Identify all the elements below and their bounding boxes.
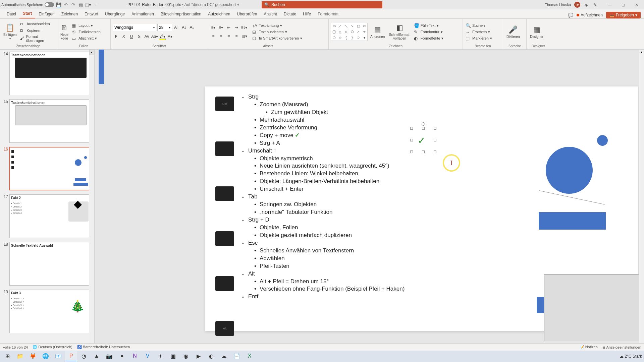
app-icon-9[interactable]: ☁ <box>218 351 230 361</box>
rotate-handle-icon[interactable] <box>422 122 425 126</box>
app-icon-10[interactable]: 📄 <box>231 351 243 361</box>
highlight-button[interactable]: 🖍▾ <box>159 33 166 40</box>
cut-button[interactable]: ✂Ausschneiden <box>19 21 55 27</box>
align-center-icon[interactable]: ≡ <box>218 33 224 40</box>
shape-fill-button[interactable]: 🪣Fülleffekt ▾ <box>413 23 444 28</box>
touch-mode-icon[interactable]: ⬚▾ <box>86 2 91 7</box>
present-from-start-icon[interactable]: ▧ <box>78 2 84 7</box>
thumbs-scrollbar[interactable]: ▴ ▾ <box>89 50 94 350</box>
bullets-icon[interactable]: ≡▾ <box>210 24 217 31</box>
thumb-15[interactable]: 15 Tastenkombinationen <box>0 97 94 145</box>
align-right-icon[interactable]: ≡ <box>225 33 232 40</box>
diamond-icon[interactable]: ◈ <box>584 2 589 7</box>
find-button[interactable]: 🔍Suchen <box>465 23 493 28</box>
bullet-line[interactable]: Esc <box>242 239 628 247</box>
tab-start[interactable]: Start <box>19 9 35 18</box>
share-button[interactable]: 📤 Freigeben ▾ <box>606 12 641 18</box>
powerpoint-icon[interactable]: P <box>65 351 77 361</box>
small-circle-shape[interactable] <box>597 135 608 146</box>
bold-button[interactable]: F <box>113 33 119 40</box>
tab-uebergaenge[interactable]: Übergänge <box>102 10 128 18</box>
comments-icon[interactable]: 💬 <box>568 12 573 18</box>
text-direction-button[interactable]: ↕ATextrichtung ▾ <box>252 23 303 28</box>
clear-format-icon[interactable]: Aₓ <box>189 24 195 31</box>
minimize-icon[interactable]: — <box>604 1 616 8</box>
slide-canvas[interactable]: Ctrl Alt StrgZoomen (Mausrad)Zum gewählt… <box>205 86 638 331</box>
explorer-icon[interactable]: 📁 <box>14 351 26 361</box>
slide-editor[interactable]: Ctrl Alt StrgZoomen (Mausrad)Zum gewählt… <box>95 50 644 350</box>
tab-ueberpruefen[interactable]: Überprüfen <box>233 10 260 18</box>
scroll-up-icon[interactable]: ▴ <box>89 50 94 55</box>
bullet-line[interactable]: Mehrfachauswahl <box>242 116 628 124</box>
indent-icon[interactable]: ⇥ <box>233 24 240 31</box>
bullet-line[interactable]: Zum gewählten Objekt <box>242 109 628 116</box>
slide-counter[interactable]: Folie 16 von 24 <box>3 345 28 349</box>
autosave-toggle[interactable]: Automatisches Speichern <box>1 2 54 7</box>
tab-animationen[interactable]: Animationen <box>128 10 157 18</box>
tab-zeichnen[interactable]: Zeichnen <box>58 10 81 18</box>
thumb-18[interactable]: 18 Schnelle Textfeld Auswahl <box>0 240 94 288</box>
tab-entwurf[interactable]: Entwurf <box>81 10 102 18</box>
app-icon-2[interactable]: ▲ <box>91 351 103 361</box>
selected-shape[interactable]: ✓ <box>412 128 435 152</box>
vscode-icon[interactable]: V <box>142 351 154 361</box>
bullet-line[interactable]: Pfeil-Tasten <box>242 262 628 270</box>
font-name-select[interactable]: Wingdings▾ <box>113 24 156 31</box>
qat-more-icon[interactable]: ⋯ <box>93 2 98 7</box>
tab-dictate[interactable]: Dictate <box>280 10 300 18</box>
case-button[interactable]: Aa▾ <box>151 33 158 40</box>
bullet-line[interactable]: Zoomen (Mausrad) <box>242 101 628 109</box>
scroll-up-icon[interactable]: ▴ <box>639 50 644 55</box>
arrange-button[interactable]: ▦Anordnen <box>369 25 386 39</box>
numbering-icon[interactable]: ≡▾ <box>218 24 224 31</box>
align-text-button[interactable]: ⊟Text ausrichten ▾ <box>252 29 303 35</box>
italic-button[interactable]: K <box>120 33 127 40</box>
thumb-14[interactable]: 14 Tastenkombinationen <box>0 50 94 97</box>
big-circle-shape[interactable] <box>546 147 593 194</box>
outdent-icon[interactable]: ⇤ <box>225 24 232 31</box>
app-icon-4[interactable]: ● <box>116 351 128 361</box>
tab-bildschirmpraesentation[interactable]: Bildschirmpräsentation <box>157 10 205 18</box>
notes-button[interactable]: 📝 Notizen <box>580 345 598 349</box>
app-icon-6[interactable]: ◉ <box>180 351 192 361</box>
bullet-line[interactable]: Strg <box>242 93 628 101</box>
shapes-gallery[interactable]: ▭／＼↘▢▭ ◯△◇⬡↗➜ ⬠☆{}⬭▾ <box>331 23 368 41</box>
dictate-button[interactable]: 🎤Diktieren <box>505 25 521 39</box>
bullet-line[interactable]: Objekte gezielt mehrfach duplizieren <box>242 232 628 239</box>
new-slide-button[interactable]: 🗎Neue Folie <box>59 23 70 41</box>
shape-outline-button[interactable]: ✎Formkontur ▾ <box>413 29 444 35</box>
shrink-font-icon[interactable]: A↓ <box>181 24 187 31</box>
display-settings-button[interactable]: 🖥 Anzeigeeinstellungen <box>602 345 641 349</box>
maximize-icon[interactable]: ▢ <box>617 1 629 8</box>
pen-icon[interactable]: ✎ <box>592 2 598 7</box>
app-icon-7[interactable]: ▶ <box>193 351 205 361</box>
save-icon[interactable]: 💾 <box>56 2 61 7</box>
record-button[interactable]: Aufzeichnen <box>577 13 603 17</box>
weather-widget[interactable]: ☁ 2°C Stark <box>620 354 642 359</box>
onenote-icon[interactable]: N <box>129 351 141 361</box>
paste-button[interactable]: 📋Einfügen▾ <box>2 23 18 41</box>
shadow-button[interactable]: AV <box>144 33 150 40</box>
language-label[interactable]: 🌐 Deutsch (Österreich) <box>33 345 72 349</box>
thumb-17[interactable]: 17 Fakt 2 • Details 1• Details 2• Detail… <box>0 192 94 240</box>
shape-effects-button[interactable]: ◐Formeffekte ▾ <box>413 36 444 41</box>
accessibility-label[interactable]: ♿ Barrierefreiheit: Untersuchen <box>77 345 130 349</box>
editor-vscrollbar[interactable]: ▴ <box>639 50 644 345</box>
app-icon-1[interactable]: ◔ <box>78 351 90 361</box>
font-color-button[interactable]: A▾ <box>167 33 173 40</box>
quick-styles-button[interactable]: ◧Schnellformat- vorlagen <box>387 23 412 41</box>
reset-button[interactable]: ⟲Zurücksetzen <box>71 29 101 35</box>
bullet-line[interactable]: Abwählen <box>242 255 628 262</box>
rect-shape-1[interactable] <box>539 212 606 230</box>
copy-button[interactable]: ⧉Kopieren <box>19 27 55 34</box>
tab-einfuegen[interactable]: Einfügen <box>35 10 58 18</box>
strike-button[interactable]: S <box>136 33 143 40</box>
bullet-line[interactable]: Copy + move ✓ <box>242 132 628 139</box>
undo-icon[interactable]: ↶ <box>63 2 69 7</box>
smartart-button[interactable]: ⬡In SmartArt konvertieren ▾ <box>252 36 303 41</box>
close-icon[interactable]: ✕ <box>631 1 643 8</box>
redo-icon[interactable]: ↷ <box>71 2 76 7</box>
app-icon-5[interactable]: ▣ <box>167 351 179 361</box>
tab-datei[interactable]: Datei <box>3 10 19 18</box>
thumb-19[interactable]: 19 Fakt 3 • Details 1 ✓• Details 2 ✓• De… <box>0 288 94 335</box>
